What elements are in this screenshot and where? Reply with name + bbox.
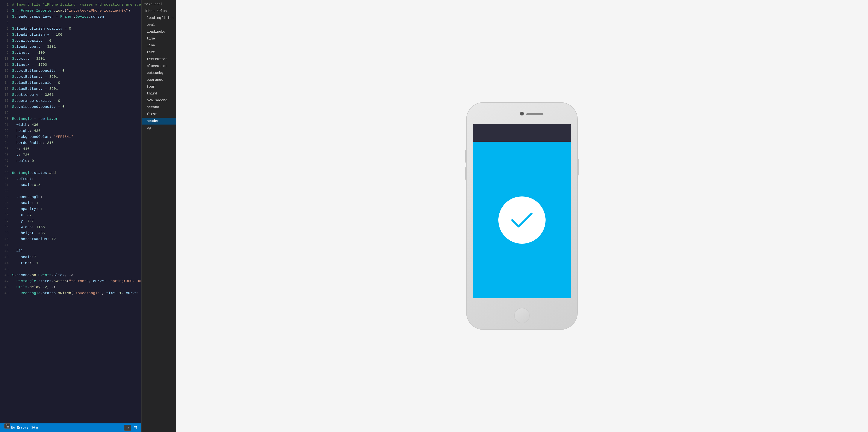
time-label: 36ms: [31, 426, 39, 430]
no-errors-label: No Errors: [11, 426, 29, 430]
status-bar: No Errors 36ms: [0, 424, 142, 432]
phone-header-bar: [473, 124, 571, 142]
code-line-42: 42 All:: [0, 248, 142, 254]
code-line-14: 14 $.blueButton.scale = 0: [0, 80, 142, 86]
code-line-22: 22 height: 436: [0, 128, 142, 134]
code-line-7: 7 $.oval.opacity = 0: [0, 38, 142, 44]
iphone-home-button[interactable]: [514, 308, 530, 323]
code-line-24: 24 borderRadius: 218: [0, 140, 142, 146]
layer-item-time[interactable]: time: [142, 35, 176, 42]
layer-item-oval[interactable]: oval: [142, 22, 176, 28]
code-line-8: 8 $.loadingbg.y = 3201: [0, 44, 142, 50]
code-line-32: 32: [0, 188, 142, 194]
iphone-speaker: [526, 113, 544, 115]
layer-item-bg[interactable]: bg: [142, 124, 176, 132]
code-line-1: 1 # Import file "iPhone_loading" (sizes …: [0, 2, 142, 8]
layer-item-third[interactable]: third: [142, 90, 176, 97]
code-line-48: 48 Utils.delay .2, ->: [0, 284, 142, 290]
code-line-13: 13 $.textButton.y = 3201: [0, 74, 142, 80]
layer-item-loadingbg[interactable]: loadingbg: [142, 28, 176, 35]
layer-item-blueButton[interactable]: blueButton: [142, 63, 176, 69]
code-line-16: 16 $.buttonbg.y = 3201: [0, 92, 142, 98]
svg-rect-0: [6, 425, 7, 426]
iphone-vol-up-button: [465, 150, 467, 163]
code-line-28: 28: [0, 164, 142, 170]
code-line-18: 18 $.ovalsecond.opacity = 0: [0, 104, 142, 110]
code-line-19: 19: [0, 110, 142, 116]
preview-panel: [176, 0, 868, 432]
layer-item-iPhone6Plus[interactable]: iPhone6Plus: [142, 8, 176, 15]
code-line-45: 45: [0, 266, 142, 272]
code-line-34: 34 scale: 1: [0, 200, 142, 206]
code-line-35: 35 opacity: 1: [0, 206, 142, 212]
code-line-12: 12 $.textButton.opacity = 0: [0, 68, 142, 74]
iphone-camera: [520, 112, 524, 116]
code-line-20: 20 Rectangle = new Layer: [0, 116, 142, 122]
expand-button[interactable]: [4, 424, 10, 429]
layer-item-second[interactable]: second: [142, 104, 176, 111]
layer-item-loadingfinish[interactable]: loadingfinish: [142, 15, 176, 22]
code-line-29: 29 Rectangle.states.add: [0, 170, 142, 176]
code-line-39: 39 height: 436: [0, 230, 142, 236]
iphone-screen: [473, 124, 571, 298]
code-line-6: 6 $.loadingfinish.y = 100: [0, 32, 142, 38]
code-editor[interactable]: 1 # Import file "iPhone_loading" (sizes …: [0, 0, 142, 424]
code-line-30: 30 toFront:: [0, 176, 142, 182]
code-editor-panel[interactable]: 1 # Import file "iPhone_loading" (sizes …: [0, 0, 142, 432]
code-line-47: 47 Rectangle.states.switch("toFront", cu…: [0, 278, 142, 284]
svg-rect-4: [134, 426, 137, 429]
checkmark-svg: [510, 211, 534, 229]
layer-item-textButton[interactable]: textButton: [142, 56, 176, 63]
layer-item-textLabel[interactable]: textLabel: [142, 1, 176, 8]
code-line-40: 40 borderRadius: 12: [0, 236, 142, 242]
svg-rect-1: [7, 426, 8, 427]
code-line-44: 44 time:1.1: [0, 260, 142, 266]
code-line-17: 17 $.bgorange.opacity = 0: [0, 98, 142, 104]
code-line-41: 41: [0, 242, 142, 248]
code-line-26: 26 y: 730: [0, 152, 142, 158]
code-line-31: 31 scale:0.5: [0, 182, 142, 188]
layer-item-bgorange[interactable]: bgorange: [142, 77, 176, 83]
code-line-33: 33 toRectangle:: [0, 194, 142, 200]
layer-item-header[interactable]: header: [142, 118, 176, 124]
code-line-5: 5 $.loadingfinish.opacity = 0: [0, 26, 142, 32]
code-line-25: 25 x: 410: [0, 146, 142, 152]
code-line-3: 3 $.header.superLayer = Framer.Device.sc…: [0, 14, 142, 20]
phone-content-area: [473, 142, 571, 298]
toolbar-btn-2[interactable]: [132, 425, 139, 431]
code-line-36: 36 x: 37: [0, 212, 142, 218]
checkmark-circle: [498, 197, 546, 244]
code-line-9: 9 $.time.y = -100: [0, 50, 142, 56]
code-line-4: 4: [0, 20, 142, 26]
code-line-21: 21 width: 436: [0, 122, 142, 128]
iphone-vol-down-button: [465, 167, 467, 180]
layer-panel[interactable]: textLabel iPhone6Plus loadingfinish oval…: [142, 0, 176, 432]
layer-item-line[interactable]: line: [142, 42, 176, 49]
code-line-46: 46 $.second.on Events.Click, ->: [0, 272, 142, 278]
code-line-49: 49 Rectangle.states.switch("toRectangle"…: [0, 290, 142, 296]
code-line-11: 11 $.line.x = -1700: [0, 62, 142, 68]
code-line-37: 37 y: 727: [0, 218, 142, 224]
code-line-23: 23 backgroundColor: "#FF7841": [0, 134, 142, 140]
iphone-power-button: [577, 159, 579, 176]
code-line-2: 2 $ = Framer.Importer.load("imported/iPh…: [0, 8, 142, 14]
layer-item-first[interactable]: first: [142, 111, 176, 118]
layer-item-four[interactable]: four: [142, 83, 176, 90]
layer-item-buttonbg[interactable]: buttonbg: [142, 69, 176, 77]
iphone-device: [466, 102, 578, 330]
toolbar-btn-1[interactable]: [124, 425, 131, 431]
code-line-43: 43 scale:7: [0, 254, 142, 260]
code-line-10: 10 $.text.y = 3201: [0, 56, 142, 62]
code-line-27: 27 scale: 0: [0, 158, 142, 164]
layer-item-text[interactable]: text: [142, 49, 176, 56]
code-line-38: 38 width: 1168: [0, 224, 142, 230]
code-line-15: 15 $.blueButton.y = 3201: [0, 86, 142, 92]
layer-item-ovalsecond[interactable]: ovalsecond: [142, 97, 176, 104]
